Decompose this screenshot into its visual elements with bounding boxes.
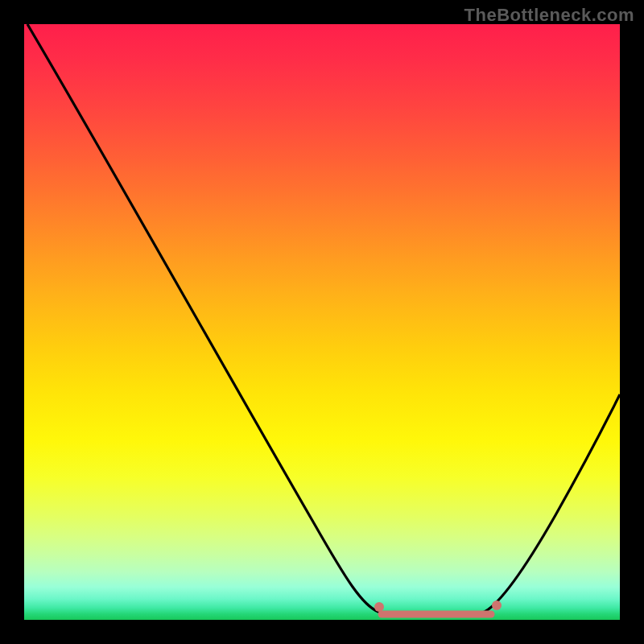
left-end-dot (374, 602, 384, 612)
curve-layer (24, 24, 620, 620)
plot-area (24, 24, 620, 620)
watermark-text: TheBottleneck.com (464, 5, 634, 26)
chart-frame: TheBottleneck.com (0, 0, 644, 644)
bottleneck-curve (27, 24, 620, 616)
right-end-dot (492, 601, 502, 610)
